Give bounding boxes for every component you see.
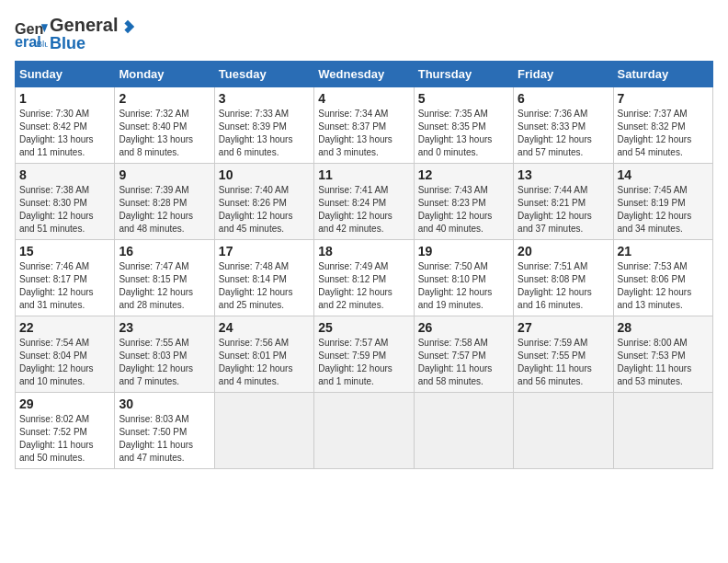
calendar-day-cell: 12Sunrise: 7:43 AM Sunset: 8:23 PM Dayli…	[414, 163, 513, 239]
day-info: Sunrise: 7:53 AM Sunset: 8:06 PM Dayligh…	[618, 260, 709, 312]
calendar-day-cell: 25Sunrise: 7:57 AM Sunset: 7:59 PM Dayli…	[314, 316, 414, 392]
calendar-day-cell: 4Sunrise: 7:34 AM Sunset: 8:37 PM Daylig…	[314, 86, 414, 163]
day-info: Sunrise: 8:03 AM Sunset: 7:50 PM Dayligh…	[119, 413, 210, 465]
calendar-week-row: 29Sunrise: 8:02 AM Sunset: 7:52 PM Dayli…	[16, 392, 713, 468]
calendar-day-cell: 8Sunrise: 7:38 AM Sunset: 8:30 PM Daylig…	[16, 163, 115, 239]
day-info: Sunrise: 7:40 AM Sunset: 8:26 PM Dayligh…	[219, 184, 310, 236]
day-number: 11	[318, 167, 409, 182]
day-info: Sunrise: 7:43 AM Sunset: 8:23 PM Dayligh…	[418, 184, 509, 236]
calendar-day-cell: 10Sunrise: 7:40 AM Sunset: 8:26 PM Dayli…	[214, 163, 313, 239]
calendar-day-cell: 9Sunrise: 7:39 AM Sunset: 8:28 PM Daylig…	[115, 163, 214, 239]
day-number: 17	[219, 244, 310, 259]
calendar-day-cell: 20Sunrise: 7:51 AM Sunset: 8:08 PM Dayli…	[514, 239, 613, 316]
day-number: 19	[418, 244, 509, 259]
day-number: 7	[618, 91, 709, 106]
calendar-day-cell	[514, 392, 613, 468]
calendar-day-cell: 18Sunrise: 7:49 AM Sunset: 8:12 PM Dayli…	[314, 239, 414, 316]
day-number: 10	[219, 167, 310, 182]
day-info: Sunrise: 7:36 AM Sunset: 8:33 PM Dayligh…	[518, 108, 609, 159]
calendar-day-cell: 24Sunrise: 7:56 AM Sunset: 8:01 PM Dayli…	[214, 316, 313, 392]
calendar-day-cell: 2Sunrise: 7:32 AM Sunset: 8:40 PM Daylig…	[115, 86, 214, 163]
logo: Gen eral Blue General Blue	[15, 15, 136, 53]
day-info: Sunrise: 7:35 AM Sunset: 8:35 PM Dayligh…	[418, 108, 509, 159]
calendar-day-cell: 17Sunrise: 7:48 AM Sunset: 8:14 PM Dayli…	[214, 239, 313, 316]
calendar-day-cell: 19Sunrise: 7:50 AM Sunset: 8:10 PM Dayli…	[414, 239, 513, 316]
day-number: 9	[119, 167, 210, 182]
day-number: 8	[19, 167, 110, 182]
calendar-week-row: 15Sunrise: 7:46 AM Sunset: 8:17 PM Dayli…	[16, 239, 713, 316]
calendar-table: SundayMondayTuesdayWednesdayThursdayFrid…	[15, 61, 713, 469]
calendar-header-row: SundayMondayTuesdayWednesdayThursdayFrid…	[16, 61, 713, 86]
day-info: Sunrise: 7:58 AM Sunset: 7:57 PM Dayligh…	[418, 337, 509, 388]
calendar-day-cell: 6Sunrise: 7:36 AM Sunset: 8:33 PM Daylig…	[514, 86, 613, 163]
calendar-day-cell	[214, 392, 313, 468]
calendar-week-row: 8Sunrise: 7:38 AM Sunset: 8:30 PM Daylig…	[16, 163, 713, 239]
day-number: 14	[618, 167, 709, 182]
day-number: 1	[19, 91, 110, 106]
day-info: Sunrise: 8:02 AM Sunset: 7:52 PM Dayligh…	[19, 413, 110, 465]
day-info: Sunrise: 7:56 AM Sunset: 8:01 PM Dayligh…	[219, 337, 310, 388]
day-number: 15	[19, 244, 110, 259]
calendar-day-cell: 15Sunrise: 7:46 AM Sunset: 8:17 PM Dayli…	[16, 239, 115, 316]
calendar-day-cell: 1Sunrise: 7:30 AM Sunset: 8:42 PM Daylig…	[16, 86, 115, 163]
calendar-day-cell: 21Sunrise: 7:53 AM Sunset: 8:06 PM Dayli…	[613, 239, 712, 316]
day-number: 23	[119, 320, 210, 335]
day-info: Sunrise: 7:32 AM Sunset: 8:40 PM Dayligh…	[119, 108, 210, 159]
day-info: Sunrise: 7:45 AM Sunset: 8:19 PM Dayligh…	[618, 184, 709, 236]
day-info: Sunrise: 7:49 AM Sunset: 8:12 PM Dayligh…	[318, 260, 409, 312]
calendar-day-cell: 23Sunrise: 7:55 AM Sunset: 8:03 PM Dayli…	[115, 316, 214, 392]
calendar-week-row: 22Sunrise: 7:54 AM Sunset: 8:04 PM Dayli…	[16, 316, 713, 392]
svg-marker-4	[125, 20, 135, 33]
calendar-day-header: Sunday	[16, 61, 115, 86]
calendar-day-cell	[414, 392, 513, 468]
day-info: Sunrise: 7:55 AM Sunset: 8:03 PM Dayligh…	[119, 337, 210, 388]
calendar-day-header: Wednesday	[314, 61, 414, 86]
day-info: Sunrise: 7:50 AM Sunset: 8:10 PM Dayligh…	[418, 260, 509, 312]
day-number: 3	[219, 91, 310, 106]
calendar-day-cell: 14Sunrise: 7:45 AM Sunset: 8:19 PM Dayli…	[613, 163, 712, 239]
day-number: 12	[418, 167, 509, 182]
day-info: Sunrise: 7:59 AM Sunset: 7:55 PM Dayligh…	[518, 337, 609, 388]
day-number: 13	[518, 167, 609, 182]
day-number: 26	[418, 320, 509, 335]
calendar-day-header: Monday	[115, 61, 214, 86]
day-number: 25	[318, 320, 409, 335]
logo-icon: Gen eral Blue	[15, 17, 48, 51]
day-number: 21	[618, 244, 709, 259]
calendar-day-cell: 16Sunrise: 7:47 AM Sunset: 8:15 PM Dayli…	[115, 239, 214, 316]
day-info: Sunrise: 7:33 AM Sunset: 8:39 PM Dayligh…	[219, 108, 310, 159]
day-info: Sunrise: 7:47 AM Sunset: 8:15 PM Dayligh…	[119, 260, 210, 312]
day-info: Sunrise: 7:38 AM Sunset: 8:30 PM Dayligh…	[19, 184, 110, 236]
day-number: 6	[518, 91, 609, 106]
day-info: Sunrise: 7:51 AM Sunset: 8:08 PM Dayligh…	[518, 260, 609, 312]
page-header: Gen eral Blue General Blue	[15, 15, 713, 53]
calendar-day-cell: 29Sunrise: 8:02 AM Sunset: 7:52 PM Dayli…	[16, 392, 115, 468]
calendar-day-header: Saturday	[613, 61, 712, 86]
day-info: Sunrise: 7:57 AM Sunset: 7:59 PM Dayligh…	[318, 337, 409, 388]
calendar-day-cell: 11Sunrise: 7:41 AM Sunset: 8:24 PM Dayli…	[314, 163, 414, 239]
day-number: 2	[119, 91, 210, 106]
day-number: 30	[119, 396, 210, 411]
day-number: 22	[19, 320, 110, 335]
day-info: Sunrise: 7:54 AM Sunset: 8:04 PM Dayligh…	[19, 337, 110, 388]
day-number: 18	[318, 244, 409, 259]
calendar-day-cell: 28Sunrise: 8:00 AM Sunset: 7:53 PM Dayli…	[613, 316, 712, 392]
svg-text:Blue: Blue	[36, 39, 48, 49]
day-info: Sunrise: 8:00 AM Sunset: 7:53 PM Dayligh…	[618, 337, 709, 388]
day-info: Sunrise: 7:46 AM Sunset: 8:17 PM Dayligh…	[19, 260, 110, 312]
calendar-week-row: 1Sunrise: 7:30 AM Sunset: 8:42 PM Daylig…	[16, 86, 713, 163]
day-number: 5	[418, 91, 509, 106]
calendar-body: 1Sunrise: 7:30 AM Sunset: 8:42 PM Daylig…	[16, 86, 713, 468]
calendar-day-cell: 27Sunrise: 7:59 AM Sunset: 7:55 PM Dayli…	[514, 316, 613, 392]
day-info: Sunrise: 7:48 AM Sunset: 8:14 PM Dayligh…	[219, 260, 310, 312]
day-number: 20	[518, 244, 609, 259]
day-number: 24	[219, 320, 310, 335]
day-number: 29	[19, 396, 110, 411]
calendar-day-cell	[314, 392, 414, 468]
day-info: Sunrise: 7:41 AM Sunset: 8:24 PM Dayligh…	[318, 184, 409, 236]
day-number: 27	[518, 320, 609, 335]
day-number: 4	[318, 91, 409, 106]
day-info: Sunrise: 7:44 AM Sunset: 8:21 PM Dayligh…	[518, 184, 609, 236]
day-number: 16	[119, 244, 210, 259]
calendar-day-header: Tuesday	[214, 61, 313, 86]
